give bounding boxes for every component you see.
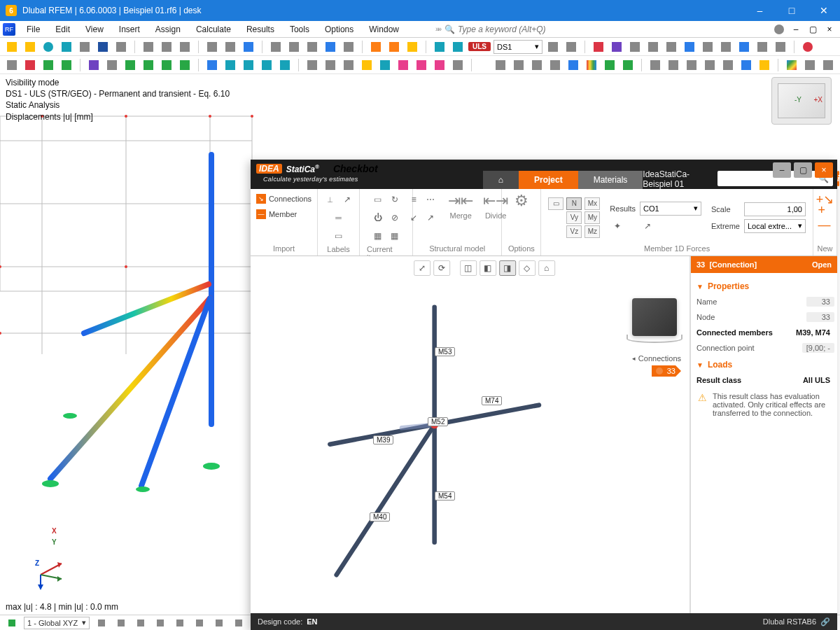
window-close-button[interactable]: ✕ — [808, 0, 840, 21]
menubar-overflow-icon[interactable]: »» — [435, 25, 440, 33]
status-icon[interactable] — [172, 615, 188, 631]
tool-icon[interactable] — [738, 57, 754, 73]
tool-icon[interactable] — [755, 39, 770, 55]
tool-icon[interactable] — [86, 57, 102, 73]
tool-icon[interactable] — [666, 57, 681, 73]
tool-icon[interactable] — [223, 39, 238, 55]
tool-icon[interactable] — [511, 57, 526, 73]
force-Mx[interactable]: Mx — [584, 197, 600, 210]
force-N[interactable]: N — [566, 197, 582, 210]
new-member-icon[interactable]: +— — [818, 210, 833, 225]
tool-icon[interactable] — [177, 39, 192, 55]
tool-icon[interactable] — [286, 39, 302, 55]
tool-icon[interactable] — [277, 57, 293, 73]
current-icon[interactable]: ⏻ — [370, 210, 386, 225]
tool-icon[interactable] — [700, 39, 715, 55]
tab-home[interactable]: ⌂ — [483, 171, 519, 189]
coord-system-select[interactable]: 1 - Global XYZ▾ — [24, 617, 90, 629]
tool-icon[interactable] — [800, 39, 816, 55]
menubar-minimize-icon[interactable]: – — [788, 22, 804, 37]
tool-icon[interactable] — [4, 57, 20, 73]
status-icon[interactable] — [4, 615, 20, 631]
status-icon[interactable] — [231, 615, 246, 631]
tool-icon[interactable] — [529, 57, 545, 73]
tab-project[interactable]: Project — [519, 171, 578, 189]
tool-icon[interactable] — [159, 39, 174, 55]
extreme-select[interactable]: Local extre...▾ — [744, 219, 806, 233]
tool-icon[interactable] — [4, 39, 20, 55]
import-connections[interactable]: ↘Connections — [256, 192, 312, 206]
menu-window[interactable]: Window — [362, 23, 406, 36]
tool-icon[interactable] — [104, 57, 120, 73]
tool-icon[interactable] — [584, 57, 599, 73]
checkbot-info-button[interactable]: i — [837, 171, 839, 186]
tool-icon[interactable] — [59, 57, 74, 73]
import-member[interactable]: —Member — [256, 207, 297, 221]
tool-icon[interactable] — [609, 39, 624, 55]
tool-icon[interactable] — [720, 57, 736, 73]
results-mode-icon[interactable]: ✦ — [610, 218, 625, 234]
label-icon[interactable]: ═ — [323, 210, 355, 225]
tool-icon[interactable] — [784, 57, 799, 73]
tool-icon[interactable] — [359, 57, 374, 73]
tool-icon[interactable] — [396, 57, 411, 73]
force-Vy[interactable]: Vy — [566, 211, 582, 224]
results-lcs-icon[interactable]: ↗ — [640, 218, 655, 234]
keyword-search-input[interactable] — [458, 24, 570, 34]
struct-icon[interactable]: ⋯ — [423, 192, 438, 207]
checkbot-3d-view[interactable]: ⤢ ⟳ ◫ ◧ ◨ ◇ ⌂ ◂Connections 33 — [251, 256, 690, 613]
tool-icon[interactable] — [386, 39, 402, 55]
tool-icon[interactable] — [591, 39, 606, 55]
status-icon[interactable] — [133, 615, 148, 631]
menu-edit[interactable]: Edit — [48, 23, 77, 36]
tool-save-icon[interactable] — [95, 39, 111, 55]
tool-icon[interactable] — [41, 57, 56, 73]
menu-calculate[interactable]: Calculate — [189, 23, 238, 36]
label-icon[interactable]: ▭ — [323, 228, 355, 244]
tool-icon[interactable] — [223, 57, 238, 73]
tool-icon[interactable] — [405, 39, 420, 55]
menubar-help-icon[interactable] — [771, 22, 787, 37]
status-icon[interactable] — [94, 615, 109, 631]
tool-icon[interactable] — [627, 39, 643, 55]
label-icon[interactable]: ↗ — [340, 192, 355, 207]
checkbot-minimize-button[interactable]: – — [773, 162, 791, 178]
tool-icon[interactable] — [341, 57, 356, 73]
tool-icon[interactable] — [304, 57, 320, 73]
force-selector-icon[interactable]: ▭ — [548, 197, 564, 210]
tool-icon[interactable] — [757, 57, 772, 73]
options-button[interactable]: ⚙ — [514, 192, 528, 210]
merge-button[interactable]: ⇥⇤Merge — [448, 192, 473, 220]
tool-icon[interactable] — [820, 57, 836, 73]
struct-icon[interactable]: ↗ — [423, 210, 438, 225]
tool-icon[interactable] — [718, 39, 734, 55]
current-icon[interactable]: ⊘ — [387, 210, 402, 225]
tool-icon[interactable] — [141, 57, 156, 73]
tool-icon[interactable] — [59, 39, 74, 55]
status-icon[interactable] — [192, 615, 207, 631]
tool-icon[interactable] — [702, 57, 718, 73]
current-icon[interactable]: ▦ — [387, 228, 402, 244]
tool-icon[interactable] — [566, 57, 581, 73]
props-open-button[interactable]: Open — [812, 260, 832, 269]
checkbot-close-button[interactable]: × — [815, 162, 833, 178]
tool-icon[interactable] — [241, 39, 256, 55]
tool-icon[interactable] — [141, 39, 156, 55]
current-icon[interactable]: ▦ — [370, 228, 386, 244]
tool-icon[interactable] — [645, 39, 661, 55]
tool-icon[interactable] — [368, 39, 384, 55]
status-icon[interactable] — [211, 615, 227, 631]
tool-icon[interactable] — [259, 57, 274, 73]
tool-icon[interactable] — [323, 57, 338, 73]
tool-icon[interactable] — [341, 39, 356, 55]
struct-icon[interactable]: ≡ — [406, 192, 421, 207]
tool-icon[interactable] — [432, 57, 447, 73]
menu-file[interactable]: File — [20, 23, 47, 36]
tool-icon[interactable] — [450, 39, 465, 55]
tool-icon[interactable] — [620, 57, 636, 73]
tool-icon[interactable] — [77, 39, 92, 55]
force-Vz[interactable]: Vz — [566, 225, 582, 238]
view-cube[interactable]: +X -Y — [771, 77, 832, 125]
tool-icon[interactable] — [414, 57, 429, 73]
menu-options[interactable]: Options — [318, 23, 360, 36]
